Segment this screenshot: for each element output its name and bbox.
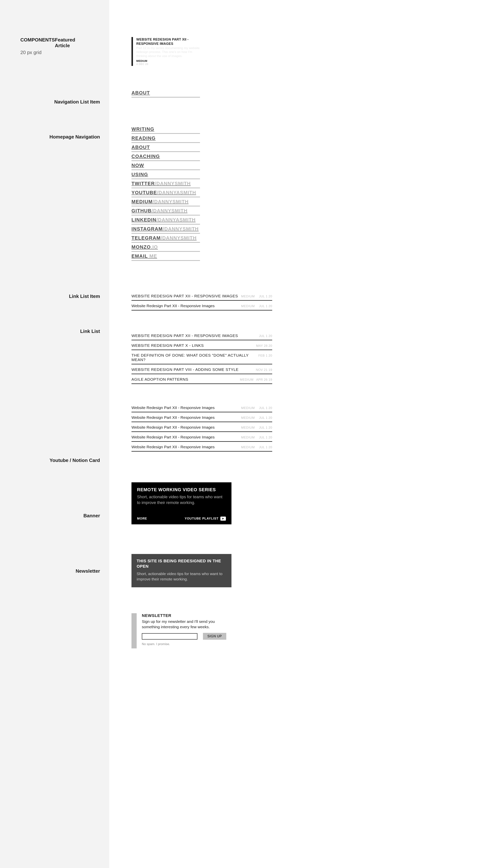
- link-item-source: MEDIUM: [241, 304, 255, 308]
- link-list-item[interactable]: WEBSITE REDESIGN PART X - LINKSMAY 28 20: [131, 343, 272, 350]
- link-list-item[interactable]: THE DEFINITION OF DONE: WHAT DOES "DONE"…: [131, 353, 272, 364]
- nav-item-label: ABOUT: [131, 90, 150, 96]
- link-item-source: MEDIUM: [241, 406, 255, 410]
- label-link-list-item: Link List Item: [7, 293, 102, 299]
- youtube-card-link-label: YOUTUBE PLAYLIST: [185, 517, 218, 521]
- nav-item-label: ABOUT: [131, 145, 150, 150]
- nav-item-telegram[interactable]: TELEGRAM/DANNYSMITH: [131, 235, 200, 243]
- youtube-icon: [220, 517, 226, 521]
- link-list-normal: Website Redesign Part XII - Responsive I…: [131, 405, 480, 452]
- nav-item-coaching[interactable]: COACHING: [131, 154, 200, 161]
- link-item-title: WEBSITE REDESIGN PART XII - RESPONSIVE I…: [131, 294, 239, 298]
- link-item-source: MEDIUM: [240, 378, 254, 381]
- nav-item-instagram[interactable]: INSTAGRAM/DANNYSMITH: [131, 226, 200, 234]
- featured-date: 4 DEC 20: [136, 63, 200, 66]
- nav-item-label: MEDIUM: [131, 199, 153, 205]
- link-item-date: NOV 21 19: [256, 368, 272, 372]
- nav-item-label: YOUTUBE: [131, 190, 157, 195]
- link-item-title: THE DEFINITION OF DONE: WHAT DOES "DONE"…: [131, 353, 252, 362]
- link-list-item[interactable]: Website Redesign Part XII - Responsive I…: [131, 405, 272, 412]
- link-item-title: WEBSITE REDESIGN PART VIII - ADDING SOME…: [131, 367, 250, 372]
- nav-item-github[interactable]: GITHUB/DANNYSMITH: [131, 208, 200, 216]
- link-list-item[interactable]: Website Redesign Part XII - Responsive I…: [131, 445, 272, 452]
- nav-item-email[interactable]: EMAIL ME: [131, 253, 200, 261]
- nav-item-label: TELEGRAM: [131, 235, 161, 241]
- link-item-title: Website Redesign Part XII - Responsive I…: [131, 445, 239, 449]
- newsletter-email-input[interactable]: [142, 633, 197, 640]
- link-list-item-normal[interactable]: Website Redesign Part XII - Responsive I…: [131, 304, 272, 310]
- header-components: COMPONENTS: [20, 37, 55, 49]
- banner-title: THIS SITE IS BEING REDESIGNED IN THE OPE…: [136, 558, 226, 569]
- link-list-item[interactable]: Website Redesign Part XII - Responsive I…: [131, 425, 272, 432]
- link-list-item-upper[interactable]: WEBSITE REDESIGN PART XII - RESPONSIVE I…: [131, 294, 272, 301]
- content-panel: WEBSITE REDESIGN PART XII - RESPONSIVE I…: [109, 0, 487, 868]
- nav-item-twitter[interactable]: TWITTER/DANNYSMITH: [131, 181, 200, 188]
- link-item-title: WEBSITE REDESIGN PART X - LINKS: [131, 343, 251, 348]
- nav-item-label: READING: [131, 135, 156, 141]
- link-item-date: JUL 1 20: [257, 416, 272, 420]
- nav-item-writing[interactable]: WRITING: [131, 126, 200, 134]
- link-list-upper: WEBSITE REDESIGN PART XII - RESPONSIVE I…: [131, 334, 480, 384]
- link-item-date: JUL 1 20: [257, 304, 272, 308]
- nav-item-user: /DANNYASMITH: [156, 217, 195, 222]
- link-item-source: MEDIUM: [241, 416, 255, 420]
- link-item-date: APR 26 19: [256, 378, 272, 381]
- link-item-title: Website Redesign Part XII - Responsive I…: [131, 425, 239, 430]
- label-banner: Banner: [7, 513, 102, 519]
- homepage-nav-list: WRITINGREADINGABOUTCOACHINGNOWUSINGTWITT…: [131, 126, 480, 261]
- link-list-item[interactable]: WEBSITE REDESIGN PART XII - RESPONSIVE I…: [131, 334, 272, 340]
- banner: THIS SITE IS BEING REDESIGNED IN THE OPE…: [131, 554, 232, 587]
- nav-item-user: /DANNYSMITH: [152, 208, 188, 214]
- link-item-title: WEBSITE REDESIGN PART XII - RESPONSIVE I…: [131, 334, 252, 338]
- header-grid-note: 20 px grid: [7, 50, 102, 55]
- nav-item-medium[interactable]: MEDIUM/DANNYSMITH: [131, 199, 200, 207]
- nav-item-monzo[interactable]: MONZO.IO: [131, 244, 200, 252]
- link-item-date: JUL 1 20: [257, 445, 272, 449]
- sidebar-panel: COMPONENTS Featured Article 20 px grid N…: [0, 0, 109, 868]
- nav-item-linkedin[interactable]: LINKEDIN/DANNYASMITH: [131, 217, 200, 225]
- nav-item-user: .IO: [151, 244, 158, 250]
- nav-item-label: COACHING: [131, 154, 160, 159]
- link-list-item[interactable]: Website Redesign Part XII - Responsive I…: [131, 435, 272, 442]
- featured-desc: Part 12 in my series documenting my webs…: [136, 46, 200, 58]
- nav-item-label: USING: [131, 172, 148, 177]
- youtube-card-more[interactable]: MORE: [137, 517, 147, 521]
- link-list-item[interactable]: AGILE ADOPTION PATTERNSMEDIUMAPR 26 19: [131, 377, 272, 384]
- youtube-card-desc: Short, actionable video tips for teams w…: [137, 494, 226, 506]
- link-item-source: MEDIUM: [241, 294, 255, 298]
- youtube-card-playlist-link[interactable]: YOUTUBE PLAYLIST: [185, 517, 226, 521]
- link-item-date: FEB 1 20: [257, 354, 272, 358]
- nav-item-youtube[interactable]: YOUTUBE/DANNYASMITH: [131, 190, 200, 197]
- nav-item-about[interactable]: ABOUT: [131, 145, 200, 152]
- newsletter-title: NEWSLETTER: [142, 613, 229, 618]
- featured-title: WEBSITE REDESIGN PART XII - RESPONSIVE I…: [136, 37, 200, 46]
- nav-item-label: INSTAGRAM: [131, 226, 163, 231]
- newsletter-desc: Sign up for my newsletter and I'll send …: [142, 619, 229, 629]
- nav-item-label: WRITING: [131, 126, 154, 132]
- nav-item-reading[interactable]: READING: [131, 135, 200, 143]
- newsletter-footer: No spam. I promise.: [142, 642, 229, 646]
- nav-item-label: TWITTER: [131, 181, 155, 186]
- nav-item-label: EMAIL: [131, 253, 148, 259]
- youtube-card-title: REMOTE WORKING VIDEO SERIES: [137, 487, 226, 492]
- newsletter: NEWSLETTER Sign up for my newsletter and…: [131, 613, 480, 648]
- link-item-title: Website Redesign Part XII - Responsive I…: [131, 405, 239, 410]
- featured-article[interactable]: WEBSITE REDESIGN PART XII - RESPONSIVE I…: [131, 37, 200, 66]
- nav-item-user: ME: [148, 253, 157, 259]
- link-item-title: Website Redesign Part XII - Responsive I…: [131, 435, 239, 439]
- link-item-date: JUL 1 20: [257, 436, 272, 439]
- link-item-date: MAY 28 20: [256, 344, 272, 348]
- link-list-item[interactable]: Website Redesign Part XII - Responsive I…: [131, 415, 272, 422]
- nav-item-label: LINKEDIN: [131, 217, 156, 222]
- link-item-title: Website Redesign Part XII - Responsive I…: [131, 304, 239, 308]
- nav-item-user: /DANNYSMITH: [153, 199, 188, 205]
- link-list-item[interactable]: WEBSITE REDESIGN PART VIII - ADDING SOME…: [131, 367, 272, 374]
- nav-item-now[interactable]: NOW: [131, 162, 200, 170]
- newsletter-signup-button[interactable]: SIGN UP: [203, 633, 226, 640]
- link-item-date: JUL 1 20: [257, 334, 272, 338]
- nav-item-about-single[interactable]: ABOUT: [131, 90, 200, 98]
- link-item-title: Website Redesign Part XII - Responsive I…: [131, 415, 239, 420]
- nav-item-using[interactable]: USING: [131, 172, 200, 179]
- youtube-card[interactable]: REMOTE WORKING VIDEO SERIES Short, actio…: [131, 482, 232, 525]
- banner-desc: Short, actionable video tips for teams w…: [136, 571, 226, 582]
